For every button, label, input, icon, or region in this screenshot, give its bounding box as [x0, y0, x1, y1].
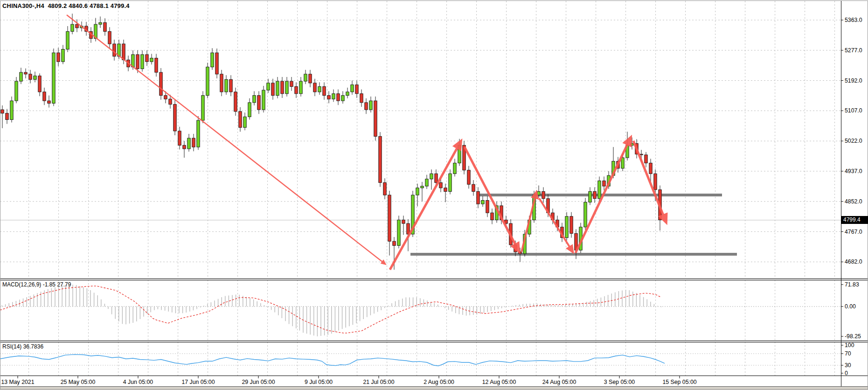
svg-text:9 Jul 05:00: 9 Jul 05:00	[305, 379, 333, 385]
svg-text:0: 0	[845, 370, 848, 376]
svg-text:4767.0: 4767.0	[845, 229, 862, 235]
svg-text:17 Jun 05:00: 17 Jun 05:00	[181, 379, 215, 385]
symbol-ohlc-header: CHINA300-,H4 4809.2 4840.6 4788.1 4799.4	[2, 2, 130, 9]
svg-text:24 Aug 05:00: 24 Aug 05:00	[542, 379, 576, 385]
current-price-badge: 4799.4	[841, 216, 868, 224]
trading-chart-window[interactable]: 5363.05277.05192.05107.05022.04937.04852…	[0, 0, 868, 390]
svg-text:4852.0: 4852.0	[845, 198, 862, 205]
svg-text:5277.0: 5277.0	[845, 47, 862, 54]
rsi-indicator-label: RSI(14) 36.7836	[2, 343, 43, 350]
svg-text:5363.0: 5363.0	[845, 17, 862, 23]
svg-text:2 Aug 05:00: 2 Aug 05:00	[424, 379, 454, 385]
svg-text:71.83: 71.83	[845, 281, 859, 288]
svg-text:100: 100	[845, 342, 854, 348]
svg-text:13 May 2021: 13 May 2021	[1, 379, 34, 385]
chart-canvas[interactable]: 5363.05277.05192.05107.05022.04937.04852…	[0, 0, 868, 390]
svg-text:4 Jun 05:00: 4 Jun 05:00	[123, 379, 153, 385]
svg-text:0.00: 0.00	[845, 303, 856, 310]
svg-text:12 Aug 05:00: 12 Aug 05:00	[482, 379, 516, 385]
svg-text:5192.0: 5192.0	[845, 77, 862, 84]
svg-text:30: 30	[845, 362, 851, 369]
svg-text:21 Jul 05:00: 21 Jul 05:00	[363, 379, 394, 385]
svg-text:29 Jun 05:00: 29 Jun 05:00	[242, 379, 275, 385]
svg-text:5107.0: 5107.0	[845, 107, 862, 114]
svg-text:-98.25: -98.25	[845, 333, 861, 340]
svg-text:25 May 05:00: 25 May 05:00	[61, 379, 96, 385]
svg-text:15 Sep 05:00: 15 Sep 05:00	[662, 379, 696, 385]
svg-text:3 Sep 05:00: 3 Sep 05:00	[604, 379, 635, 385]
macd-indicator-label: MACD(12,26,9) -1.85 27.79	[2, 281, 71, 288]
svg-text:4682.0: 4682.0	[845, 258, 862, 265]
svg-text:5022.0: 5022.0	[845, 138, 862, 144]
svg-text:4937.0: 4937.0	[845, 168, 862, 174]
svg-text:70: 70	[845, 350, 851, 357]
